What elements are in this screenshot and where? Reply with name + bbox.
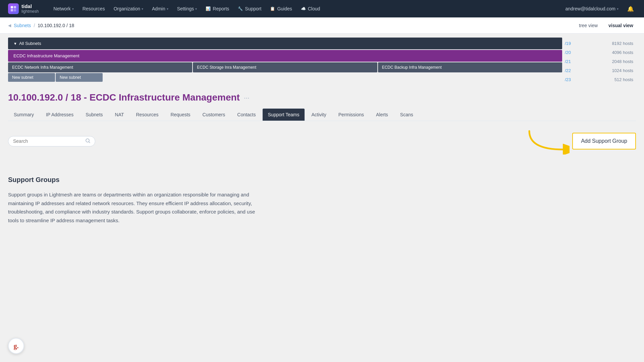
- nav-guides[interactable]: 📋 Guides: [266, 4, 296, 13]
- cidr-count-23: 512 hosts: [614, 77, 633, 82]
- arrow-icon: [523, 128, 570, 155]
- chevron-down-icon: ▾: [195, 7, 197, 11]
- nav-cloud[interactable]: ☁️ Cloud: [297, 4, 324, 13]
- logo-text: tidal: [21, 4, 39, 9]
- chart-icon: 📊: [206, 6, 211, 11]
- tabs-bar: Summary IP Addresses Subnets NAT Resourc…: [8, 108, 636, 121]
- tab-requests[interactable]: Requests: [165, 108, 196, 121]
- add-support-group-button[interactable]: Add Support Group: [572, 133, 636, 149]
- nav-settings[interactable]: Settings ▾: [173, 4, 201, 13]
- breadcrumb: ◀ Subnets / 10.100.192.0 / 18: [8, 23, 74, 28]
- view-toggle: tree view visual view: [576, 21, 636, 29]
- svg-line-5: [89, 142, 90, 143]
- tab-nat[interactable]: NAT: [109, 108, 130, 121]
- svg-rect-3: [14, 9, 16, 11]
- breadcrumb-separator: /: [34, 23, 35, 28]
- nav-network[interactable]: Network ▾: [49, 4, 77, 13]
- tree-view-btn[interactable]: tree view: [576, 21, 600, 29]
- page-title-section: 10.100.192.0 / 18 - ECDC Infrastructure …: [8, 84, 636, 108]
- grammarly-icon: g.: [14, 342, 19, 350]
- cidr-row-22: /22 1024 hosts: [562, 66, 636, 75]
- cidr-count-22: 1024 hosts: [612, 68, 633, 73]
- cidr-row-20: /20 4096 hosts: [562, 48, 636, 57]
- tab-scans[interactable]: Scans: [394, 108, 419, 121]
- tab-ip-addresses[interactable]: IP Addresses: [40, 108, 79, 121]
- logo[interactable]: tidal lightmesh: [8, 3, 39, 14]
- chevron-down-icon: ▾: [142, 7, 143, 11]
- nav-user[interactable]: andrew@tidalcloud.com ▾: [561, 4, 623, 13]
- breadcrumb-bar: ◀ Subnets / 10.100.192.0 / 18 tree view …: [0, 17, 644, 34]
- cidr-label-23: /23: [565, 77, 571, 82]
- cidr-count-20: 4096 hosts: [612, 50, 633, 55]
- grammarly-widget[interactable]: g.: [8, 338, 24, 354]
- tab-resources[interactable]: Resources: [130, 108, 164, 121]
- breadcrumb-subnets-link[interactable]: Subnets: [14, 23, 31, 28]
- new-subnet-btn-2[interactable]: New subnet: [56, 73, 103, 82]
- nav-support[interactable]: 🔧 Support: [234, 4, 265, 13]
- cidr-label-21: /21: [565, 59, 571, 64]
- tab-support-teams[interactable]: Support Teams: [262, 108, 305, 121]
- svg-rect-0: [11, 6, 13, 8]
- arrow-icon: ▼: [13, 42, 17, 46]
- navbar: tidal lightmesh Network ▾ Resources Orga…: [0, 0, 644, 17]
- more-options-icon[interactable]: ···: [244, 94, 250, 102]
- cidr-row-19: /19 8192 hosts: [562, 39, 636, 48]
- new-subnet-row: New subnet New subnet: [8, 73, 562, 82]
- search-input[interactable]: [13, 138, 83, 144]
- main-subnet-label: ECDC Infrastructure Management: [13, 53, 79, 58]
- support-groups-content: Support Groups Support groups in Lightme…: [8, 163, 636, 238]
- tab-summary[interactable]: Summary: [8, 108, 40, 121]
- new-subnet-btn-1[interactable]: New subnet: [8, 73, 55, 82]
- all-subnets-row[interactable]: ▼ All Subnets: [8, 38, 562, 49]
- svg-rect-2: [11, 9, 13, 11]
- content-area: 10.100.192.0 / 18 - ECDC Infrastructure …: [0, 84, 644, 238]
- cloud-icon: ☁️: [301, 6, 306, 11]
- cidr-label-20: /20: [565, 50, 571, 55]
- main-subnet-row[interactable]: ECDC Infrastructure Management: [8, 50, 562, 62]
- logo-icon: [8, 3, 19, 14]
- chevron-down-icon: ▾: [167, 7, 168, 11]
- support-icon: 🔧: [238, 6, 243, 11]
- nav-resources[interactable]: Resources: [78, 4, 109, 13]
- add-support-container: Add Support Group: [523, 128, 636, 155]
- search-add-row: Add Support Group: [8, 128, 636, 155]
- chevron-down-icon: ▾: [72, 7, 74, 11]
- logo-subtext: lightmesh: [21, 9, 39, 14]
- visual-view-btn[interactable]: visual view: [606, 21, 636, 29]
- tab-alerts[interactable]: Alerts: [370, 108, 394, 121]
- tab-permissions[interactable]: Permissions: [333, 108, 370, 121]
- cidr-label-22: /22: [565, 68, 571, 73]
- page-title: 10.100.192.0 / 18 - ECDC Infrastructure …: [8, 92, 240, 103]
- search-icon: [86, 138, 90, 144]
- tab-contacts[interactable]: Contacts: [231, 108, 261, 121]
- subnet-tree: ▼ All Subnets ECDC Infrastructure Manage…: [8, 38, 562, 84]
- subnet-children: ECDC Network Infra Management ECDC Stora…: [8, 62, 562, 72]
- search-box: [8, 136, 95, 146]
- all-subnets-label: All Subnets: [19, 41, 41, 46]
- back-arrow-icon: ◀: [8, 23, 11, 28]
- nav-admin[interactable]: Admin ▾: [148, 4, 172, 13]
- cidr-count-21: 2048 hosts: [612, 59, 633, 64]
- tab-activity[interactable]: Activity: [306, 108, 332, 121]
- chevron-down-icon: ▾: [617, 7, 619, 11]
- svg-rect-1: [14, 6, 16, 8]
- notification-icon[interactable]: 🔔: [625, 4, 636, 14]
- cidr-label-19: /19: [565, 41, 571, 46]
- nav-right: andrew@tidalcloud.com ▾ 🔔: [561, 4, 636, 14]
- child-subnet-2[interactable]: ECDC Storage Inra Management: [193, 62, 377, 72]
- support-groups-title: Support Groups: [8, 176, 636, 184]
- cidr-count-19: 8192 hosts: [612, 41, 633, 46]
- guides-icon: 📋: [270, 6, 275, 11]
- tab-customers[interactable]: Customers: [197, 108, 231, 121]
- cidr-sidebar: /19 8192 hosts /20 4096 hosts /21 2048 h…: [562, 38, 636, 84]
- child-subnet-1[interactable]: ECDC Network Infra Management: [8, 62, 192, 72]
- nav-items: Network ▾ Resources Organization ▾ Admin…: [49, 4, 558, 13]
- support-groups-description: Support groups in Lightmesh are teams or…: [8, 190, 263, 225]
- breadcrumb-current: 10.100.192.0 / 18: [38, 23, 74, 28]
- tab-subnets[interactable]: Subnets: [80, 108, 108, 121]
- nav-organization[interactable]: Organization ▾: [110, 4, 147, 13]
- nav-reports[interactable]: 📊 Reports: [202, 4, 233, 13]
- cidr-row-23: /23 512 hosts: [562, 75, 636, 84]
- cidr-row-21: /21 2048 hosts: [562, 57, 636, 66]
- child-subnet-3[interactable]: ECDC Backup Infra Management: [378, 62, 562, 72]
